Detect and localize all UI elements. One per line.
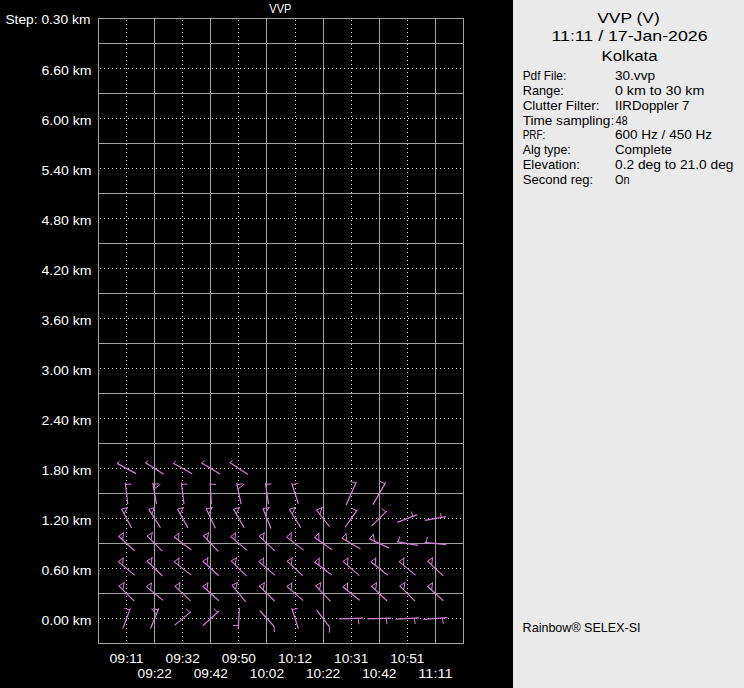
svg-text:3.00 km: 3.00 km: [42, 364, 92, 378]
svg-text:10:51: 10:51: [390, 652, 424, 666]
svg-text:6.60 km: 6.60 km: [42, 64, 92, 78]
svg-text:30.vvp: 30.vvp: [615, 69, 655, 83]
svg-text:0.2 deg to 21.0 deg: 0.2 deg to 21.0 deg: [615, 158, 734, 172]
svg-text:PRF:: PRF:: [523, 128, 546, 142]
svg-text:4.20 km: 4.20 km: [42, 264, 92, 278]
svg-text:Pdf File:: Pdf File:: [523, 69, 567, 83]
svg-text:11:11: 11:11: [418, 667, 452, 681]
svg-text:09:42: 09:42: [194, 667, 228, 681]
svg-text:09:22: 09:22: [138, 667, 172, 681]
svg-text:Step: 0.30 km: Step: 0.30 km: [5, 12, 90, 27]
svg-text:0 km to 30 km: 0 km to 30 km: [615, 84, 704, 98]
svg-text:600 Hz / 450 Hz: 600 Hz / 450 Hz: [615, 128, 712, 142]
svg-text:11:11 / 17-Jan-2026: 11:11 / 17-Jan-2026: [552, 27, 708, 44]
svg-text:Kolkata: Kolkata: [602, 47, 659, 64]
svg-text:09:11: 09:11: [109, 652, 143, 666]
svg-text:Time sampling:: Time sampling:: [523, 114, 615, 128]
svg-text:10:42: 10:42: [362, 667, 396, 681]
svg-text:Rainbow® SELEX-SI: Rainbow® SELEX-SI: [523, 620, 641, 635]
svg-text:1.80 km: 1.80 km: [42, 464, 92, 478]
svg-text:Second reg:: Second reg:: [523, 173, 594, 187]
svg-text:Clutter Filter:: Clutter Filter:: [523, 99, 600, 113]
svg-text:09:32: 09:32: [166, 652, 200, 666]
svg-text:48: 48: [616, 114, 628, 128]
svg-text:VVP (V): VVP (V): [597, 9, 660, 26]
svg-text:10:02: 10:02: [250, 667, 284, 681]
svg-text:10:31: 10:31: [334, 652, 368, 666]
svg-text:3.60 km: 3.60 km: [42, 314, 92, 328]
svg-text:1.20 km: 1.20 km: [42, 514, 92, 528]
svg-text:10:12: 10:12: [278, 652, 312, 666]
svg-text:On: On: [615, 173, 630, 187]
svg-text:0.60 km: 0.60 km: [42, 564, 92, 578]
svg-text:09:50: 09:50: [222, 652, 256, 666]
svg-text:6.00 km: 6.00 km: [42, 114, 92, 128]
svg-text:IIRDoppler 7: IIRDoppler 7: [615, 99, 690, 113]
svg-text:4.80 km: 4.80 km: [42, 214, 92, 228]
svg-text:0.00 km: 0.00 km: [42, 614, 92, 628]
svg-text:VVP: VVP: [269, 2, 291, 16]
svg-text:5.40 km: 5.40 km: [42, 164, 92, 178]
svg-text:Alg type:: Alg type:: [523, 143, 571, 157]
svg-text:Range:: Range:: [523, 84, 564, 98]
svg-text:Complete: Complete: [615, 143, 672, 157]
svg-text:10:22: 10:22: [306, 667, 340, 681]
svg-text:2.40 km: 2.40 km: [42, 414, 92, 428]
svg-text:Elevation:: Elevation:: [523, 158, 580, 172]
